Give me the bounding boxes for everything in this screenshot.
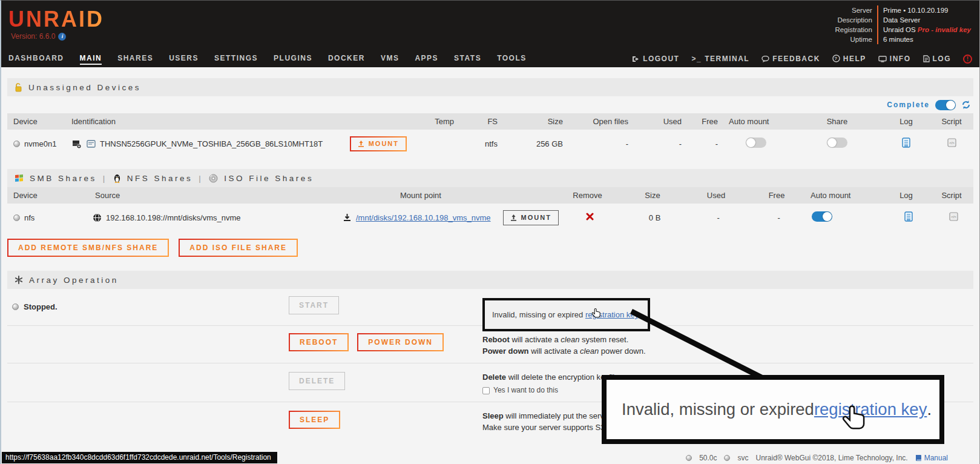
- mount-point-cell: /mnt/disks/192.168.10.198_vms_nvme: [343, 213, 501, 222]
- nav-stats[interactable]: STATS: [454, 54, 481, 65]
- nfs-shares-tab[interactable]: NFS Shares: [127, 174, 193, 183]
- manual-link[interactable]: Manual: [915, 454, 948, 462]
- smb-shares-tab[interactable]: SMB Shares: [30, 174, 97, 183]
- unassigned-device-row: nvme0n1 THNSN5256GPUK_NVMe_TOSHIBA_256GB…: [7, 130, 973, 157]
- delete-confirm-label: Yes I want to do this: [493, 385, 558, 396]
- alert-icon[interactable]: !: [963, 55, 972, 64]
- nav-shares[interactable]: SHARES: [117, 54, 153, 65]
- auto-mount-toggle[interactable]: [746, 138, 766, 148]
- registration-key-link-large[interactable]: registration key: [814, 400, 927, 419]
- nfs-linux-icon: [113, 174, 121, 183]
- unassigned-devices-section-header: Unassigned Devices: [7, 78, 973, 96]
- share-device-name: nfs: [24, 213, 35, 222]
- open-files-value: -: [565, 139, 631, 148]
- log-badge-icon[interactable]: [904, 211, 913, 222]
- array-status: Stopped.: [7, 289, 289, 311]
- version-info-icon[interactable]: i: [58, 33, 66, 41]
- add-remote-smb-nfs-share-button[interactable]: ADD REMOTE SMB/NFS SHARE: [7, 239, 169, 257]
- nav-users[interactable]: USERS: [169, 54, 199, 65]
- help-icon: ?: [832, 55, 840, 62]
- registration-label: Registration: [835, 25, 877, 35]
- mount-point-link[interactable]: /mnt/disks/192.168.10.198_vms_nvme: [356, 213, 491, 222]
- shares-table-header: Device Source Mount point Remove Size Us…: [7, 187, 973, 204]
- add-share-buttons: ADD REMOTE SMB/NFS SHARE ADD ISO FILE SH…: [7, 239, 973, 257]
- mount-button-share[interactable]: MOUNT: [503, 210, 559, 225]
- source-cell: 192.168.10.198://mnt/disks/vms_nvme: [89, 213, 343, 222]
- col-size: Size: [500, 117, 565, 126]
- footer-copyright: Unraid® WebGui ©2018, Lime Technology, I…: [755, 454, 907, 462]
- col-free: Free: [684, 117, 720, 126]
- log-button[interactable]: LOG: [923, 55, 952, 64]
- complete-toggle[interactable]: [935, 100, 956, 110]
- share-toggle[interactable]: [827, 138, 847, 148]
- footer-status-orb-1: [686, 455, 692, 461]
- server-label: Server: [835, 5, 877, 15]
- nav-right: LOGOUT >_TERMINAL FEEDBACK ?HELP INFO LO…: [632, 55, 972, 64]
- registration-warning-box: Invalid, missing or expired registration…: [482, 298, 650, 331]
- device-cell: nvme0n1: [7, 139, 68, 148]
- unraid-logo: UNRAID: [8, 7, 104, 32]
- col-share: Share: [792, 117, 883, 126]
- add-iso-file-share-button[interactable]: ADD ISO FILE SHARE: [179, 239, 298, 257]
- col-free: Free: [746, 191, 807, 200]
- sleep-button[interactable]: SLEEP: [289, 411, 340, 429]
- fs-value: ntfs: [456, 139, 500, 148]
- delete-confirm-checkbox[interactable]: [482, 387, 490, 394]
- size-value: 256 GB: [500, 139, 565, 148]
- magnified-callout-box: Invalid, missing or expired registration…: [602, 375, 944, 444]
- nav-settings[interactable]: SETTINGS: [214, 54, 258, 65]
- col-fs: FS: [456, 117, 500, 126]
- device-identification: THNSN5256GPUK_NVMe_TOSHIBA_256GB_86LS10M…: [100, 139, 323, 148]
- script-badge-icon[interactable]: </>: [947, 138, 956, 147]
- nav-main[interactable]: MAIN: [80, 54, 102, 65]
- remote-shares-section-header: SMB Shares | NFS Shares | ISO File Share…: [7, 169, 973, 187]
- download-icon: [343, 213, 351, 222]
- nav-tools[interactable]: TOOLS: [497, 54, 527, 65]
- iso-file-shares-tab[interactable]: ISO File Shares: [224, 174, 314, 183]
- terminal-button[interactable]: >_TERMINAL: [691, 55, 749, 64]
- share-used-value: -: [688, 213, 749, 222]
- col-log: Log: [883, 117, 930, 126]
- nav-plugins[interactable]: PLUGINS: [274, 54, 312, 65]
- col-source: Source: [89, 191, 343, 200]
- unassigned-table-header: Device Identification Temp FS Size Open …: [7, 113, 973, 130]
- book-icon: [915, 454, 922, 462]
- info-button[interactable]: INFO: [878, 55, 911, 64]
- section-title: Unassigned Devices: [28, 83, 141, 92]
- log-icon: [923, 55, 930, 62]
- description-value: Data Server: [877, 15, 971, 25]
- refresh-icon[interactable]: [961, 100, 971, 110]
- registration-value: Unraid OS Pro - invalid key: [877, 25, 971, 35]
- version-text: Version: 6.6.0 i: [11, 32, 66, 41]
- col-used: Used: [686, 191, 746, 200]
- col-remove: Remove: [556, 191, 619, 200]
- script-badge-icon[interactable]: </>: [949, 212, 958, 221]
- share-status-orb: [13, 214, 20, 221]
- nav-apps[interactable]: APPS: [415, 54, 438, 65]
- browser-status-url: https://f75638aa12fb340c8dcdd63d6f1ffd73…: [2, 452, 277, 463]
- start-button[interactable]: START: [289, 296, 339, 314]
- device-status-orb: [13, 141, 20, 147]
- uptime-label: Uptime: [835, 35, 877, 44]
- power-down-button[interactable]: POWER DOWN: [357, 333, 444, 351]
- footer-status-2: svc: [737, 454, 748, 462]
- reboot-button[interactable]: REBOOT: [289, 333, 349, 351]
- help-button[interactable]: ?HELP: [832, 55, 866, 64]
- feedback-button[interactable]: FEEDBACK: [761, 55, 820, 64]
- device-cell: nfs: [7, 213, 89, 222]
- complete-row: Complete: [10, 96, 971, 113]
- log-badge-icon[interactable]: [902, 138, 910, 148]
- share-auto-mount-toggle[interactable]: [812, 211, 832, 222]
- logout-button[interactable]: LOGOUT: [632, 55, 679, 64]
- delete-button[interactable]: DELETE: [289, 372, 345, 390]
- disk-add-icon: [71, 139, 82, 149]
- nav-vms[interactable]: VMS: [381, 54, 400, 65]
- complete-label: Complete: [887, 101, 930, 109]
- nav-dashboard[interactable]: DASHBOARD: [8, 54, 64, 65]
- description-label: Description: [835, 15, 877, 25]
- mount-button-unassigned[interactable]: MOUNT: [350, 136, 407, 151]
- nav-docker[interactable]: DOCKER: [328, 54, 365, 65]
- free-value: -: [684, 139, 720, 148]
- remove-x-icon[interactable]: [586, 213, 594, 220]
- feedback-icon: [761, 56, 769, 62]
